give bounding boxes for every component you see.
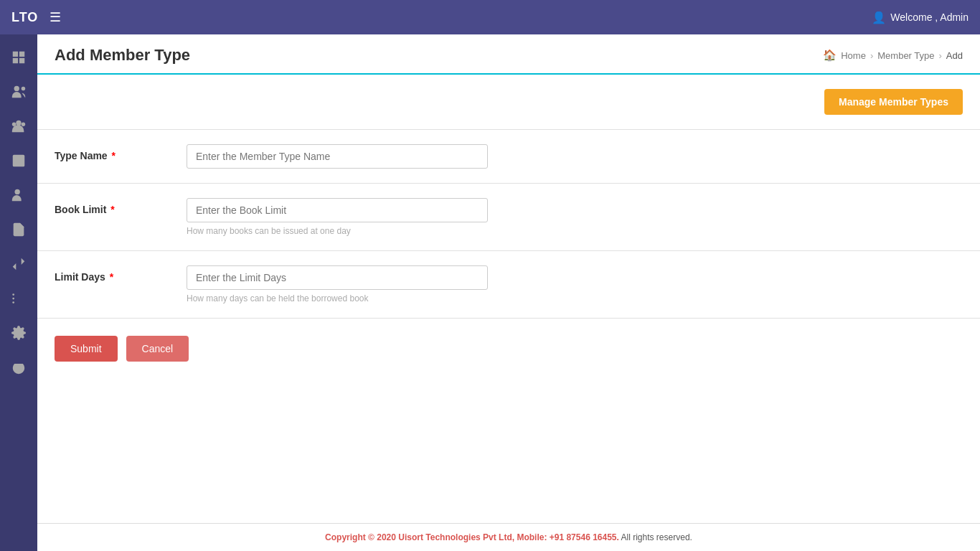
sidebar-item-groups[interactable] <box>3 110 34 142</box>
sidebar-item-dashboard[interactable] <box>3 42 34 73</box>
svg-point-22 <box>12 293 14 296</box>
book-limit-input-col: How many books can be issued at one day <box>187 198 488 236</box>
breadcrumb-sep2: › <box>939 50 942 61</box>
breadcrumb-sep1: › <box>870 50 873 61</box>
menu-icon[interactable]: ☰ <box>50 9 61 25</box>
limit-days-input[interactable] <box>187 265 488 290</box>
main-content: Add Member Type 🏠 Home › Member Type › A… <box>37 34 980 551</box>
sidebar-item-books[interactable] <box>3 145 34 176</box>
home-icon: 🏠 <box>823 49 837 62</box>
limit-days-row: Limit Days * How many days can be held t… <box>37 251 980 319</box>
svg-rect-2 <box>13 58 18 63</box>
sidebar-item-settings[interactable] <box>3 317 34 349</box>
book-limit-input[interactable] <box>187 198 488 222</box>
sidebar-item-add-user[interactable] <box>3 179 34 211</box>
layout: Add Member Type 🏠 Home › Member Type › A… <box>0 34 980 551</box>
required-star-book-limit: * <box>110 204 114 215</box>
svg-point-8 <box>22 123 25 127</box>
user-icon: 👤 <box>872 11 886 24</box>
sidebar-item-transfer[interactable] <box>3 248 34 280</box>
welcome-text: Welcome , Admin <box>890 11 969 23</box>
navbar: LTO ☰ 👤 Welcome , Admin <box>0 0 980 34</box>
svg-point-23 <box>12 298 14 300</box>
submit-button[interactable]: Submit <box>55 336 118 362</box>
sidebar <box>0 34 37 551</box>
form-card: Manage Member Types Type Name * Bo <box>37 75 980 523</box>
book-limit-row: Book Limit * How many books can be issue… <box>37 184 980 251</box>
page-header: Add Member Type 🏠 Home › Member Type › A… <box>37 34 980 75</box>
sidebar-item-members[interactable] <box>3 76 34 108</box>
sidebar-item-power[interactable] <box>3 352 34 383</box>
limit-days-input-col: How many days can be held the borrowed b… <box>187 265 488 303</box>
limit-days-hint: How many days can be held the borrowed b… <box>187 293 488 303</box>
cancel-button[interactable]: Cancel <box>126 336 189 362</box>
svg-point-12 <box>15 189 20 194</box>
svg-point-5 <box>22 87 25 91</box>
page-title: Add Member Type <box>55 46 190 65</box>
svg-rect-9 <box>13 155 25 167</box>
navbar-left: LTO ☰ <box>11 9 61 25</box>
footer-suffix: All rights reserved. <box>621 532 692 542</box>
limit-days-label: Limit Days * <box>55 265 169 283</box>
svg-point-6 <box>16 121 21 126</box>
type-name-input[interactable] <box>187 144 488 169</box>
action-row: Submit Cancel <box>37 319 980 379</box>
manage-btn-row: Manage Member Types <box>37 89 980 129</box>
breadcrumb-member-type[interactable]: Member Type <box>877 50 934 61</box>
sidebar-item-list[interactable] <box>3 283 34 314</box>
manage-member-types-button[interactable]: Manage Member Types <box>824 89 963 115</box>
breadcrumb-home[interactable]: Home <box>841 50 866 61</box>
svg-point-7 <box>12 123 17 127</box>
svg-rect-3 <box>19 58 24 63</box>
breadcrumb: 🏠 Home › Member Type › Add <box>823 49 963 62</box>
breadcrumb-current: Add <box>946 50 963 61</box>
svg-rect-1 <box>19 52 24 57</box>
book-limit-hint: How many books can be issued at one day <box>187 226 488 236</box>
required-star-type-name: * <box>112 150 116 161</box>
app-brand: LTO <box>11 10 38 25</box>
type-name-input-col <box>187 144 488 169</box>
sidebar-item-reports[interactable] <box>3 214 34 245</box>
footer: Copyright © 2020 Uisort Technologies Pvt… <box>37 523 980 551</box>
svg-rect-0 <box>13 52 18 57</box>
svg-point-4 <box>14 86 19 91</box>
type-name-row: Type Name * <box>37 130 980 184</box>
navbar-right: 👤 Welcome , Admin <box>872 11 969 24</box>
book-limit-label: Book Limit * <box>55 198 169 215</box>
footer-brand-text: Copyright © 2020 Uisort Technologies Pvt… <box>325 532 619 542</box>
required-star-limit-days: * <box>110 271 113 283</box>
type-name-label: Type Name * <box>55 144 169 161</box>
form-section: Type Name * Book Limit * How man <box>37 129 980 319</box>
svg-point-24 <box>12 301 14 303</box>
